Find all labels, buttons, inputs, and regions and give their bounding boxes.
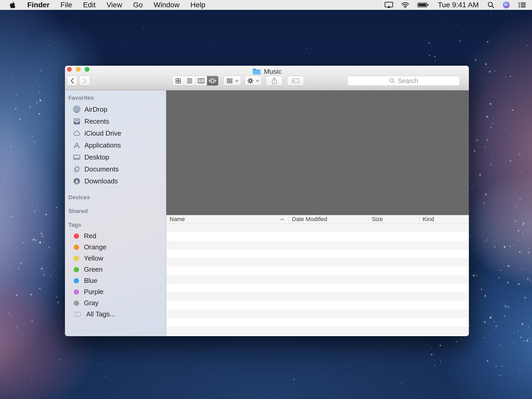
sidebar-item-desktop[interactable]: Desktop — [65, 151, 166, 163]
menu-help[interactable]: Help — [185, 0, 211, 10]
tag-red-dot-icon — [74, 234, 79, 239]
airdrop-icon — [73, 106, 81, 113]
chevron-down-icon — [256, 80, 259, 82]
notification-center-menu[interactable] — [514, 0, 532, 10]
icloud-icon — [73, 130, 81, 137]
menu-file[interactable]: File — [55, 0, 78, 10]
sidebar-section-shared: Shared — [68, 208, 166, 215]
sidebar-item-applications[interactable]: Applications — [65, 139, 166, 151]
column-header-size[interactable]: Size — [368, 215, 419, 223]
battery-icon — [417, 2, 429, 8]
list-column-headers: Name Date Modified Size Kind — [166, 215, 469, 224]
applications-icon — [73, 142, 81, 149]
gear-icon — [247, 77, 254, 84]
column-header-name[interactable]: Name — [166, 215, 289, 223]
sidebar-item-label: Recents — [84, 117, 109, 125]
tag-yellow-dot-icon — [74, 256, 79, 261]
icon-view-icon — [175, 78, 181, 84]
menu-go[interactable]: Go — [128, 0, 148, 10]
menu-finder[interactable]: Finder — [22, 0, 55, 10]
menu-edit[interactable]: Edit — [78, 0, 101, 10]
column-header-date-modified[interactable]: Date Modified — [289, 215, 368, 223]
icon-view-button[interactable] — [172, 76, 184, 85]
sidebar-item-label: Applications — [84, 141, 121, 149]
folder-icon — [252, 68, 261, 75]
list-view-button[interactable] — [184, 76, 195, 85]
tag-blue-dot-icon — [74, 278, 79, 283]
column-header-kind[interactable]: Kind — [419, 215, 469, 223]
cover-flow-area[interactable] — [166, 90, 469, 215]
sidebar-tag-gray[interactable]: Gray — [65, 297, 166, 309]
chevron-left-icon — [70, 78, 74, 84]
sidebar-tag-orange[interactable]: Orange — [65, 242, 166, 253]
spotlight-menu[interactable] — [483, 0, 498, 10]
search-input[interactable]: Search — [347, 76, 460, 86]
toolbar: Search — [65, 76, 469, 86]
share-button[interactable] — [266, 76, 283, 86]
airplay-icon — [384, 2, 393, 9]
window-title-text: Music — [264, 68, 282, 76]
recents-icon — [73, 118, 81, 125]
sidebar-item-icloud-drive[interactable]: iCloud Drive — [65, 127, 166, 139]
menu-window[interactable]: Window — [148, 0, 185, 10]
forward-button[interactable] — [79, 76, 90, 86]
sidebar-item-label: Desktop — [84, 153, 109, 161]
sidebar-item-label: Downloads — [84, 177, 118, 185]
search-icon — [389, 78, 395, 84]
file-list-rows-empty[interactable] — [166, 224, 469, 336]
menu-bar-clock[interactable]: Tue 9:41 AM — [433, 1, 483, 9]
airplay-menu[interactable] — [381, 0, 397, 10]
sidebar-item-downloads[interactable]: Downloads — [65, 175, 166, 187]
sidebar-item-label: Documents — [84, 165, 119, 173]
sidebar-section-favorites: Favorites — [68, 95, 166, 101]
menu-view[interactable]: View — [101, 0, 128, 10]
window-title: Music — [65, 68, 469, 75]
all-tags-icon — [74, 312, 81, 317]
cover-flow-view-button[interactable] — [207, 76, 218, 85]
tag-label: Green — [84, 265, 103, 274]
siri-icon — [502, 1, 510, 9]
back-button[interactable] — [67, 76, 77, 86]
apple-logo-icon — [10, 1, 16, 9]
sidebar-tag-red[interactable]: Red — [65, 230, 166, 242]
tag-gray-dot-icon — [74, 301, 79, 306]
battery-menu[interactable] — [413, 0, 433, 10]
tag-label: Blue — [84, 277, 97, 285]
sidebar-tag-blue[interactable]: Blue — [65, 275, 166, 286]
action-menu-button[interactable] — [245, 76, 262, 86]
sidebar-item-recents[interactable]: Recents — [65, 115, 166, 127]
menu-bar: Finder File Edit View Go Window Help — [0, 0, 532, 10]
list-view-icon — [186, 78, 193, 84]
notification-center-icon — [518, 2, 526, 8]
cover-flow-icon — [209, 78, 216, 84]
sidebar-item-documents[interactable]: Documents — [65, 163, 166, 175]
chevron-down-icon — [235, 80, 238, 82]
sidebar-tag-yellow[interactable]: Yellow — [65, 253, 166, 264]
sidebar-item-airdrop[interactable]: AirDrop — [65, 103, 166, 115]
sort-ascending-icon — [280, 218, 284, 221]
finder-window: Music — [65, 66, 469, 336]
tag-icon — [292, 78, 300, 84]
share-icon — [271, 77, 278, 84]
sidebar-tag-purple[interactable]: Purple — [65, 286, 166, 297]
sidebar-all-tags[interactable]: All Tags... — [65, 309, 166, 320]
downloads-icon — [73, 177, 81, 185]
tag-green-dot-icon — [74, 267, 79, 272]
sidebar-tag-green[interactable]: Green — [65, 264, 166, 275]
documents-icon — [73, 165, 81, 173]
tag-label: Orange — [84, 243, 107, 251]
finder-sidebar: Favorites AirDrop Recents — [65, 90, 166, 336]
arrange-menu-button[interactable] — [223, 76, 241, 86]
search-placeholder: Search — [397, 77, 418, 85]
window-titlebar[interactable]: Music — [65, 66, 469, 90]
sidebar-item-label: AirDrop — [84, 105, 107, 114]
tag-label: Gray — [84, 299, 98, 307]
apple-menu[interactable] — [0, 0, 22, 10]
tag-label: Red — [84, 232, 96, 240]
siri-menu[interactable] — [498, 0, 514, 10]
column-view-button[interactable] — [196, 76, 207, 85]
wifi-menu[interactable] — [397, 0, 413, 10]
sidebar-section-devices: Devices — [68, 194, 166, 201]
tag-button[interactable] — [287, 76, 304, 86]
sidebar-section-tags: Tags — [68, 222, 166, 228]
